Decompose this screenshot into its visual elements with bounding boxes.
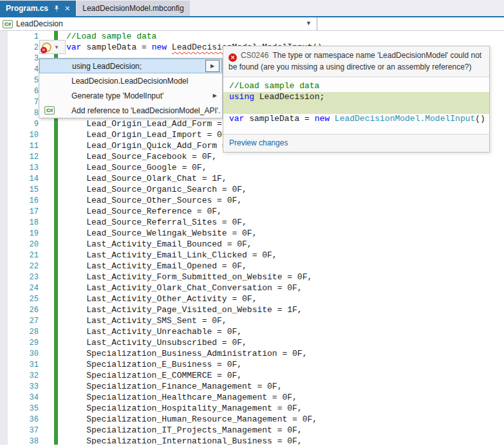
code-line[interactable]: 16 Lead_Source_Other_Sources = 0F, [0, 195, 504, 206]
change-tracking-bar [54, 337, 58, 348]
code-line[interactable]: 23 Last_Activity_Form_Submitted_on_Websi… [0, 272, 504, 283]
line-number: 30 [0, 349, 40, 358]
line-number: 18 [0, 218, 40, 227]
code-token: LeadDecision; [254, 92, 324, 102]
line-number: 29 [0, 339, 40, 348]
quick-fix-item[interactable]: using LeadDecision;▶ [39, 59, 222, 73]
line-number: 5 [0, 76, 40, 85]
change-tracking-bar [54, 425, 58, 436]
line-number: 10 [0, 131, 40, 140]
code-token: //Load sample data [66, 32, 156, 41]
line-content: Last_Activity_Page_Visited_on_Website = … [66, 305, 303, 315]
code-token: Specialization_IT_Projects_Management = … [66, 425, 303, 435]
lightbulb-icon[interactable]: ✕ [42, 42, 51, 52]
quick-fix-item[interactable]: C#Add reference to 'LeadDecisionModel_AP… [39, 103, 222, 118]
preview-changes-link[interactable]: Preview changes [229, 138, 288, 147]
code-line[interactable]: 34 Specialization_Healthcare_Management … [0, 392, 504, 403]
code-line[interactable]: 35 Specialization_Hospitality_Management… [0, 403, 504, 414]
code-line[interactable]: 20 Last_Activity_Email_Bounced = 0F, [0, 239, 504, 250]
line-number: 31 [0, 360, 40, 369]
code-line[interactable]: 22 Last_Activity_Email_Opened = 0F, [0, 261, 504, 272]
line-content: Last_Activity_SMS_Sent = 0F, [66, 316, 227, 326]
line-content: Specialization_Finance_Management = 0F, [66, 382, 282, 391]
chevron-down-icon[interactable]: ▼ [306, 20, 312, 26]
submenu-arrow-icon[interactable]: ▶ [205, 60, 219, 72]
line-content: Last_Activity_Olark_Chat_Conversation = … [66, 283, 303, 293]
code-line[interactable]: 31 Specialization_E_Business = 0F, [0, 359, 504, 370]
code-line[interactable]: 26 Last_Activity_Page_Visited_on_Website… [0, 304, 504, 315]
project-scope-dropdown[interactable]: C# LeadDecision ▼ [0, 17, 318, 30]
change-tracking-bar [54, 118, 58, 129]
line-content: Specialization_International_Business = … [66, 436, 303, 445]
code-token: LeadDecisionModel.ModelInput [335, 114, 475, 124]
line-content: Lead_Origin_Quick_Add_Form = 0F, [66, 141, 247, 151]
code-line[interactable]: 33 Specialization_Finance_Management = 0… [0, 381, 504, 392]
code-line[interactable]: 24 Last_Activity_Olark_Chat_Conversation… [0, 283, 504, 293]
quick-actions-widget[interactable]: ✕ ▼ [39, 40, 66, 54]
code-token: Specialization_Healthcare_Management = 0… [66, 393, 297, 402]
code-line[interactable]: 37 Specialization_IT_Projects_Management… [0, 425, 504, 436]
scope-label: LeadDecision [16, 19, 63, 28]
code-line[interactable]: 17 Lead_Source_Reference = 0F, [0, 206, 504, 217]
preview-code-line [223, 103, 489, 114]
code-token: Specialization_Hospitality_Management = … [66, 404, 303, 413]
code-line[interactable]: 18 Lead_Source_Referral_Sites = 0F, [0, 217, 504, 228]
code-line[interactable]: 27 Last_Activity_SMS_Sent = 0F, [0, 315, 504, 326]
code-token: Specialization_International_Business = … [66, 436, 303, 445]
code-token: Specialization_Human_Resource_Management… [66, 414, 317, 424]
quick-fix-item[interactable]: Generate type 'ModelInput'▶ [39, 88, 222, 103]
line-content: Last_Activity_Other_Activity = 0F, [66, 294, 257, 304]
code-line[interactable]: 29 Last_Activity_Unsubscribed = 0F, [0, 337, 504, 348]
code-line[interactable]: 25 Last_Activity_Other_Activity = 0F, [0, 293, 504, 304]
quick-fix-menu: using LeadDecision;▶LeadDecision.LeadDec… [39, 58, 223, 118]
line-content: Last_Activity_Unsubscribed = 0F, [66, 338, 247, 348]
error-message-block: ✕CS0246The type or namespace name 'LeadD… [223, 46, 489, 77]
code-token: Last_Activity_Email_Opened = 0F, [66, 261, 247, 271]
code-token: Lead_Source_Welingak_Website = 0F, [66, 228, 257, 238]
code-preview-block: //Load sample datausing LeadDecision;var… [223, 77, 489, 135]
code-line[interactable]: 13 Lead_Source_Google = 0F, [0, 162, 504, 173]
line-number: 25 [0, 295, 40, 304]
code-line[interactable]: 36 Specialization_Human_Resource_Managem… [0, 414, 504, 425]
code-line[interactable]: 38 Specialization_International_Business… [0, 436, 504, 445]
line-number: 15 [0, 185, 40, 194]
code-line[interactable]: 15 Lead_Source_Organic_Search = 0F, [0, 184, 504, 195]
preview-code-line: using LeadDecision; [223, 92, 489, 103]
code-token: sampleData = [244, 114, 314, 124]
line-content: Specialization_IT_Projects_Management = … [66, 425, 303, 435]
change-tracking-bar [54, 392, 58, 403]
change-tracking-bar [54, 184, 58, 195]
tab-label: LeadDecisionModel.mbconfig [82, 4, 183, 13]
error-code: CS0246 [241, 51, 268, 60]
csharp-file-icon: C# [44, 106, 55, 115]
code-line[interactable]: 14 Lead_Source_Olark_Chat = 1F, [0, 173, 504, 184]
code-editor[interactable]: 1//Load sample data2−var sampleData = ne… [0, 31, 504, 445]
line-number: 3 [0, 54, 40, 63]
line-number: 37 [0, 426, 40, 435]
code-line[interactable]: 21 Last_Activity_Email_Link_Clicked = 0F… [0, 250, 504, 261]
code-line[interactable]: 28 Last_Activity_Unreachable = 0F, [0, 326, 504, 337]
line-content: Lead_Source_Organic_Search = 0F, [66, 185, 247, 194]
line-content: Specialization_Hospitality_Management = … [66, 404, 303, 413]
change-tracking-bar [54, 140, 58, 151]
tab-leaddecisionmodel-mbconfig[interactable]: LeadDecisionModel.mbconfig [77, 1, 189, 16]
code-line[interactable]: 12 Lead_Source_Facebook = 0F, [0, 151, 504, 162]
tab-program-cs[interactable]: Program.cs ✕ [0, 1, 76, 16]
chevron-down-icon[interactable]: ▼ [54, 44, 59, 50]
code-token: Last_Activity_Email_Bounced = 0F, [66, 239, 252, 249]
code-line[interactable]: 32 Specialization_E_COMMERCE = 0F, [0, 370, 504, 381]
code-token: using [229, 92, 254, 102]
line-number: 2 [0, 43, 40, 52]
quick-fix-item[interactable]: LeadDecision.LeadDecisionModel [39, 73, 222, 88]
code-line[interactable]: 19 Lead_Source_Welingak_Website = 0F, [0, 228, 504, 239]
line-content: Specialization_E_Business = 0F, [66, 360, 242, 369]
code-line[interactable]: 1//Load sample data [0, 31, 504, 42]
quick-fix-label: Generate type 'ModelInput' [71, 91, 163, 100]
line-number: 1 [0, 32, 40, 41]
change-tracking-bar [54, 228, 58, 239]
code-line[interactable]: 30 Specialization_Business_Administratio… [0, 348, 504, 359]
pin-icon[interactable] [53, 5, 60, 12]
close-icon[interactable]: ✕ [64, 5, 70, 13]
line-number: 32 [0, 371, 40, 380]
quick-fix-label: using LeadDecision; [72, 62, 142, 71]
